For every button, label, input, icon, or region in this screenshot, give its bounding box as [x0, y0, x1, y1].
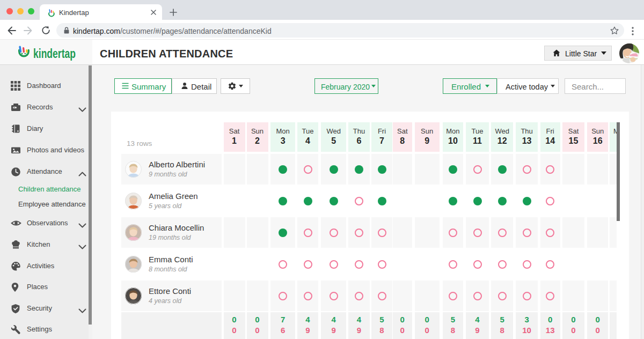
svg-text:kindertap: kindertap — [33, 47, 76, 61]
